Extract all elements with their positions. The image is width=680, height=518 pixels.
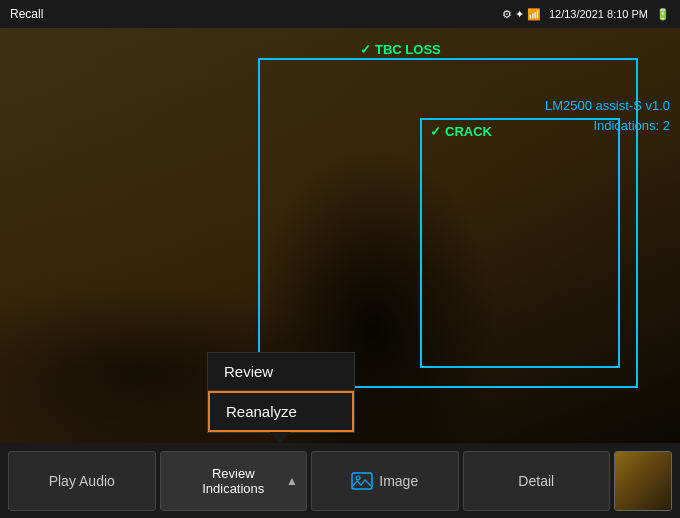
svg-rect-0 xyxy=(352,473,372,489)
datetime: 12/13/2021 8:10 PM xyxy=(549,8,648,20)
image-label: Image xyxy=(379,473,418,489)
dropdown-arrow xyxy=(270,432,290,444)
ai-model-name: LM2500 assist-S v1.0 xyxy=(545,96,670,116)
detail-button[interactable]: Detail xyxy=(463,451,611,511)
crack-label: CRACK xyxy=(430,124,492,139)
review-indications-label: Review Indications xyxy=(202,466,264,496)
menu-item-reanalyze[interactable]: Reanalyze xyxy=(208,391,354,432)
tbc-loss-label: TBC LOSS xyxy=(360,42,441,57)
toolbar: Play Audio Review Indications ▲ Image De… xyxy=(0,443,680,518)
battery-icon: 🔋 xyxy=(656,8,670,21)
review-indications-button[interactable]: Review Indications ▲ xyxy=(160,451,308,511)
app-title: Recall xyxy=(10,7,43,21)
image-button[interactable]: Image xyxy=(311,451,459,511)
status-bar: Recall ⚙ ✦ 📶 12/13/2021 8:10 PM 🔋 xyxy=(0,0,680,28)
chevron-up-icon: ▲ xyxy=(286,474,298,488)
menu-item-review[interactable]: Review xyxy=(208,353,354,391)
svg-point-1 xyxy=(356,476,360,480)
detail-label: Detail xyxy=(518,473,554,489)
indications-count: Indications: 2 xyxy=(545,116,670,136)
image-icon xyxy=(351,470,373,492)
bbox-crack xyxy=(420,118,620,368)
thumbnail-preview xyxy=(615,452,671,510)
status-icons: ⚙ ✦ 📶 xyxy=(502,8,541,21)
ai-info: LM2500 assist-S v1.0 Indications: 2 xyxy=(545,96,670,135)
dropdown-menu: Review Reanalyze xyxy=(207,352,355,433)
play-audio-button[interactable]: Play Audio xyxy=(8,451,156,511)
thumbnail-button[interactable] xyxy=(614,451,672,511)
